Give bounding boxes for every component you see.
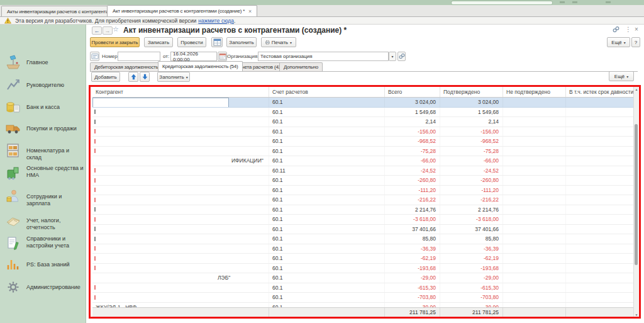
- cell-contractor[interactable]: [92, 234, 269, 244]
- cell-confirmed[interactable]: -75,28: [440, 147, 503, 156]
- add-row-button[interactable]: Добавить: [91, 72, 120, 82]
- sidebar-item-inventory-warehouse[interactable]: Номенклатура и склад: [0, 144, 86, 163]
- cell-expired[interactable]: [566, 127, 633, 137]
- number-input[interactable]: [118, 52, 160, 61]
- cell-expired[interactable]: [566, 176, 633, 185]
- number-settings-button[interactable]: [90, 52, 99, 61]
- cell-total[interactable]: -66,00: [385, 156, 440, 166]
- sidebar-item-administration[interactable]: Администрирование: [0, 281, 86, 300]
- cell-account[interactable]: 60.1: [269, 147, 385, 156]
- cell-account[interactable]: 60.1: [269, 215, 385, 224]
- help-button[interactable]: ?: [631, 37, 640, 47]
- cell-total[interactable]: -156,00: [385, 127, 440, 137]
- cell-not-confirmed[interactable]: [503, 186, 566, 195]
- scroll-up-icon[interactable]: ▲: [634, 86, 639, 92]
- table-row[interactable]: 60.11-24,52-24,52: [92, 166, 633, 176]
- table-row[interactable]: 60.12 214,762 214,76: [92, 205, 633, 215]
- cell-expired[interactable]: [566, 244, 633, 254]
- cell-total[interactable]: -3 618,00: [385, 215, 440, 224]
- cell-confirmed[interactable]: -968,52: [440, 137, 503, 146]
- cell-contractor[interactable]: [92, 137, 269, 146]
- cell-not-confirmed[interactable]: [503, 137, 566, 146]
- cell-not-confirmed[interactable]: [503, 244, 566, 254]
- cell-contractor[interactable]: [92, 98, 269, 107]
- cell-total[interactable]: 85,80: [385, 234, 440, 244]
- cell-account[interactable]: 60.1: [269, 137, 385, 146]
- cell-total[interactable]: -30,00: [385, 303, 440, 307]
- show-postings-button[interactable]: [211, 37, 223, 47]
- column-header-contractor[interactable]: Контрагент: [92, 86, 269, 97]
- cell-not-confirmed[interactable]: [503, 156, 566, 166]
- cell-total[interactable]: -216,22: [385, 195, 440, 205]
- post-button[interactable]: Провести: [177, 37, 206, 47]
- cell-expired[interactable]: [566, 205, 633, 215]
- cell-expired[interactable]: [566, 234, 633, 244]
- table-row[interactable]: 60.1-156,00-156,00: [92, 127, 633, 137]
- cell-confirmed[interactable]: -24,52: [440, 166, 503, 176]
- cell-expired[interactable]: [566, 215, 633, 224]
- cell-expired[interactable]: [566, 273, 633, 283]
- table-row[interactable]: 60.137 401,6637 401,66: [92, 225, 633, 235]
- cell-account[interactable]: 60.1: [269, 98, 385, 107]
- cell-confirmed[interactable]: -216,22: [440, 195, 503, 205]
- column-header-confirmed[interactable]: Подтверждено: [440, 86, 503, 97]
- close-form-icon[interactable]: ×: [635, 26, 638, 33]
- cell-total[interactable]: 1 549,68: [385, 108, 440, 117]
- cell-contractor[interactable]: [92, 244, 269, 254]
- cell-contractor[interactable]: [92, 254, 269, 263]
- cell-account[interactable]: 60.1: [269, 176, 385, 185]
- favorite-star-icon[interactable]: ☆: [113, 25, 119, 33]
- cell-not-confirmed[interactable]: [503, 293, 566, 302]
- cell-contractor[interactable]: ЖКУ/ЭЛ-1 - НВФ: [92, 303, 269, 307]
- cell-contractor[interactable]: [92, 127, 269, 137]
- cell-account[interactable]: 60.1: [269, 225, 385, 234]
- cell-contractor[interactable]: [92, 283, 269, 293]
- tab-payables[interactable]: Кредиторская задолженность (54): [158, 61, 243, 71]
- cell-account[interactable]: 60.1: [269, 234, 385, 244]
- organization-link-button[interactable]: [397, 52, 406, 61]
- cell-account[interactable]: 60.1: [269, 108, 385, 117]
- cell-not-confirmed[interactable]: [503, 303, 566, 307]
- cell-expired[interactable]: [566, 264, 633, 273]
- tab-additional[interactable]: Дополнительно: [279, 62, 323, 71]
- cell-expired[interactable]: [566, 303, 633, 307]
- cell-not-confirmed[interactable]: [503, 176, 566, 185]
- cell-not-confirmed[interactable]: [503, 264, 566, 273]
- table-row[interactable]: ЖКУ/ЭЛ-1 - НВФ60.1-30,00-30,00: [92, 303, 633, 307]
- table-row[interactable]: 60.1-62,19-62,19: [92, 254, 633, 264]
- cell-account[interactable]: 60.11: [269, 166, 385, 176]
- cell-account[interactable]: 60.1: [269, 195, 385, 205]
- cell-expired[interactable]: [566, 108, 633, 117]
- cell-confirmed[interactable]: -30,00: [440, 303, 503, 307]
- cell-confirmed[interactable]: -260,80: [440, 176, 503, 185]
- date-input[interactable]: 16.04.2026 0:00:00: [170, 52, 217, 61]
- forward-arrow-button[interactable]: →: [103, 26, 113, 35]
- organization-dropdown-button[interactable]: ▾: [389, 52, 396, 61]
- cell-not-confirmed[interactable]: [503, 283, 566, 293]
- cell-expired[interactable]: [566, 117, 633, 127]
- cell-account[interactable]: 60.1: [269, 244, 385, 254]
- table-row[interactable]: ИФИКАЦИИ"60.1-66,00-66,00: [92, 156, 633, 166]
- cell-expired[interactable]: [566, 147, 633, 156]
- cell-contractor[interactable]: [92, 166, 269, 176]
- cell-not-confirmed[interactable]: [503, 166, 566, 176]
- cell-contractor[interactable]: [92, 293, 269, 302]
- cell-not-confirmed[interactable]: [503, 147, 566, 156]
- column-header-not-confirmed[interactable]: Не подтверждено: [503, 86, 566, 97]
- move-up-button[interactable]: [128, 72, 138, 82]
- cell-contractor[interactable]: [92, 264, 269, 273]
- cell-confirmed[interactable]: -156,00: [440, 127, 503, 137]
- cell-expired[interactable]: [566, 254, 633, 263]
- cell-total[interactable]: -968,52: [385, 137, 440, 146]
- cell-confirmed[interactable]: 2,14: [440, 117, 503, 127]
- cell-confirmed[interactable]: -66,00: [440, 156, 503, 166]
- cell-total[interactable]: -615,30: [385, 283, 440, 293]
- cell-expired[interactable]: [566, 137, 633, 146]
- cell-not-confirmed[interactable]: [503, 225, 566, 234]
- save-button[interactable]: Записать: [144, 37, 173, 47]
- table-row[interactable]: 60.13 024,003 024,00: [92, 98, 633, 108]
- fill-table-button[interactable]: Заполнить▾: [157, 72, 190, 82]
- table-row[interactable]: ЛЭБ"60.1-29,00-29,00: [92, 273, 633, 283]
- cell-total[interactable]: 2,14: [385, 117, 440, 127]
- cell-not-confirmed[interactable]: [503, 215, 566, 224]
